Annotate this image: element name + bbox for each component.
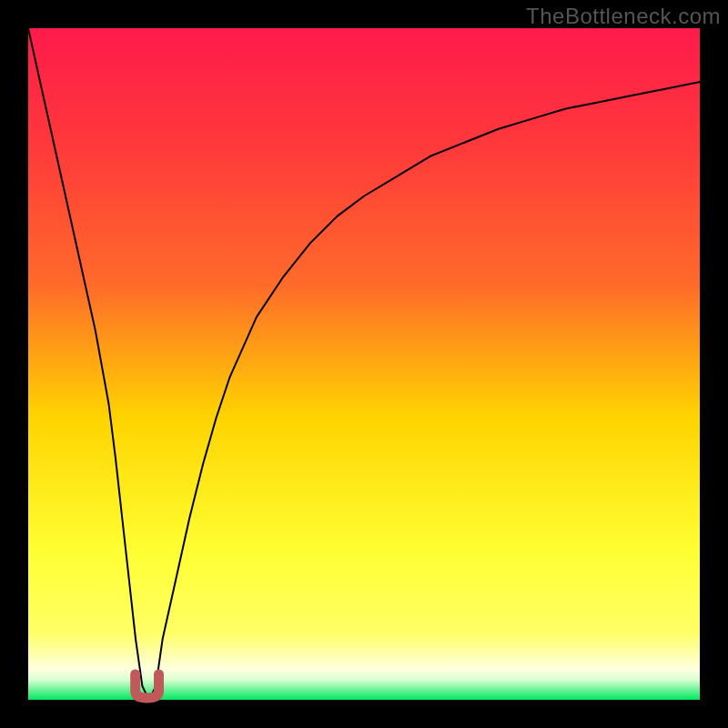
watermark-text: TheBottleneck.com [526,4,721,29]
chart-container: TheBottleneck.com [0,0,728,728]
gradient-background [28,28,700,700]
bottleneck-chart [0,0,728,728]
